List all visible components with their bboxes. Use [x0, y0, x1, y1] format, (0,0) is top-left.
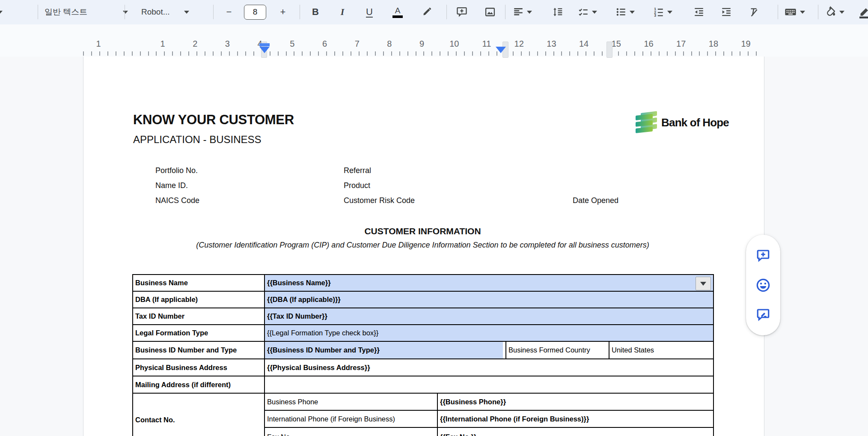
highlight-color-icon[interactable]: [419, 4, 435, 20]
business-formed-country-label[interactable]: Business Formed Country: [506, 341, 609, 359]
business-name-value[interactable]: {{Business Name}}: [265, 275, 713, 291]
numbered-list-dropdown[interactable]: 1 2 3: [653, 4, 672, 20]
legal-formation-label[interactable]: Legal Formation Type: [133, 325, 265, 341]
toolbar-divider: [818, 5, 818, 19]
chevron-down-icon: [630, 11, 635, 14]
clear-formatting-icon[interactable]: [746, 4, 762, 20]
tax-id-label[interactable]: Tax ID Number: [133, 308, 265, 325]
add-comment-icon[interactable]: [454, 4, 470, 20]
suggest-edits-button[interactable]: [753, 305, 773, 325]
business-name-label[interactable]: Business Name: [133, 275, 265, 291]
text-color-button[interactable]: A: [389, 4, 406, 20]
fill-color-dropdown[interactable]: [824, 4, 844, 20]
document-canvas: KNOW YOUR CUSTOMER APPLICATION - BUSINES…: [0, 57, 868, 436]
chevron-down-icon[interactable]: [0, 4, 3, 20]
toolbar-divider: [125, 5, 125, 19]
table-row: Business ID Number and Type {{Business I…: [133, 341, 713, 359]
business-formed-country-value[interactable]: United States: [609, 341, 713, 359]
meta-label: Referral: [344, 166, 415, 181]
meta-column-3: Date Opened: [573, 196, 618, 211]
table-column-grip[interactable]: [606, 42, 612, 58]
kyc-table: Business Name {{Business Name}} DBA (If …: [132, 274, 714, 436]
decrease-font-size-button[interactable]: −: [221, 4, 237, 20]
mailing-address-label[interactable]: Mailing Address (if different): [133, 376, 265, 393]
bold-button[interactable]: B: [307, 4, 324, 20]
fax-no-label[interactable]: Fax No.: [265, 427, 437, 436]
ruler-number: 7: [355, 39, 360, 49]
section-note: (Customer Identification Program (CIP) a…: [132, 241, 713, 250]
line-spacing-icon[interactable]: [550, 4, 566, 20]
decrease-indent-icon[interactable]: [691, 4, 707, 20]
business-phone-label[interactable]: Business Phone: [265, 393, 437, 410]
chevron-down-icon: [800, 11, 805, 14]
toolbar-divider: [505, 5, 505, 19]
bank-of-hope-logo-text: Bank of Hope: [661, 116, 729, 129]
toolbar-divider: [213, 5, 214, 19]
increase-font-size-button[interactable]: +: [275, 4, 291, 20]
chevron-down-icon: [700, 282, 706, 286]
italic-button[interactable]: I: [334, 4, 351, 20]
bank-of-hope-logo: Bank of Hope: [636, 110, 729, 134]
add-comment-button[interactable]: [753, 245, 773, 266]
ruler-number: 15: [612, 39, 621, 49]
doc-title: KNOW YOUR CUSTOMER: [133, 112, 294, 128]
paragraph-styles-dropdown[interactable]: 일반 텍스트: [45, 4, 128, 20]
meta-label: Product: [344, 181, 415, 196]
mailing-address-value[interactable]: [265, 376, 713, 393]
add-comment-icon: [755, 248, 771, 263]
business-id-label[interactable]: Business ID Number and Type: [133, 341, 265, 359]
insert-image-icon[interactable]: [482, 4, 498, 20]
legal-formation-value[interactable]: {{Legal Formation Type check box}}: [265, 325, 713, 341]
border-color-icon[interactable]: [858, 4, 868, 20]
font-size-value: 8: [244, 5, 266, 20]
tax-id-value[interactable]: {{Tax ID Number}}: [265, 308, 713, 325]
fax-no-value[interactable]: {{Fax No.}}: [437, 427, 713, 436]
physical-address-value[interactable]: {{Physical Business Address}}: [265, 359, 713, 376]
meta-label: Customer Risk Code: [344, 196, 415, 211]
chevron-down-icon: [839, 11, 844, 14]
increase-indent-icon[interactable]: [718, 4, 734, 20]
toolbar-divider: [446, 5, 447, 19]
ruler-number: 16: [644, 39, 653, 49]
international-phone-label[interactable]: International Phone (if Foreign Business…: [265, 410, 437, 427]
checklist-dropdown[interactable]: [578, 4, 597, 20]
chevron-down-icon: [592, 11, 597, 14]
ruler-number: 1: [160, 39, 165, 49]
ruler-number: 8: [387, 39, 392, 49]
table-row: Tax ID Number {{Tax ID Number}}: [133, 308, 713, 325]
international-phone-value[interactable]: {{International Phone (if Foreign Busine…: [437, 410, 713, 427]
toolbar: 일반 텍스트 Robot... − 8 + B I U A: [0, 0, 868, 24]
input-tools-dropdown[interactable]: [784, 4, 805, 20]
table-row: Contact No. Business Phone {{Business Ph…: [133, 393, 713, 410]
dropdown-chip-button[interactable]: [696, 277, 711, 290]
emoji-icon: [755, 277, 771, 293]
physical-address-label[interactable]: Physical Business Address: [133, 359, 265, 376]
business-phone-value[interactable]: {{Business Phone}}: [437, 393, 713, 410]
emoji-reaction-button[interactable]: [753, 275, 773, 296]
contact-no-label[interactable]: Contact No.: [133, 393, 265, 436]
dba-value[interactable]: {{DBA (If applicable)}}: [265, 291, 713, 308]
meta-column-2: Referral Product Customer Risk Code: [344, 166, 415, 211]
business-id-value[interactable]: {{Business ID Number and Type}}: [265, 341, 506, 359]
underline-button[interactable]: U: [361, 4, 378, 20]
chevron-down-icon: [667, 11, 672, 14]
table-row: Legal Formation Type {{Legal Formation T…: [133, 325, 713, 341]
align-dropdown[interactable]: [513, 4, 532, 20]
right-indent-marker[interactable]: [496, 47, 506, 53]
dba-label[interactable]: DBA (If applicable): [133, 291, 265, 308]
left-indent-marker[interactable]: [259, 47, 270, 53]
table-row: Physical Business Address {{Physical Bus…: [133, 359, 713, 376]
meta-label: NAICS Code: [155, 196, 199, 211]
ruler-number: 12: [514, 39, 524, 49]
meta-column-1: Portfolio No. Name ID. NAICS Code: [155, 166, 199, 211]
bulleted-list-dropdown[interactable]: [615, 4, 635, 20]
ruler-number: 9: [419, 39, 424, 49]
toolbar-divider: [38, 5, 38, 19]
font-family-dropdown[interactable]: Robot...: [141, 4, 189, 20]
document-page[interactable]: KNOW YOUR CUSTOMER APPLICATION - BUSINES…: [83, 57, 764, 436]
font-size-input[interactable]: 8: [244, 4, 266, 20]
svg-text:3: 3: [654, 13, 656, 18]
table-row: Business Name {{Business Name}}: [133, 275, 713, 291]
toolbar-divider: [778, 5, 778, 19]
first-line-indent-marker[interactable]: [259, 43, 270, 46]
